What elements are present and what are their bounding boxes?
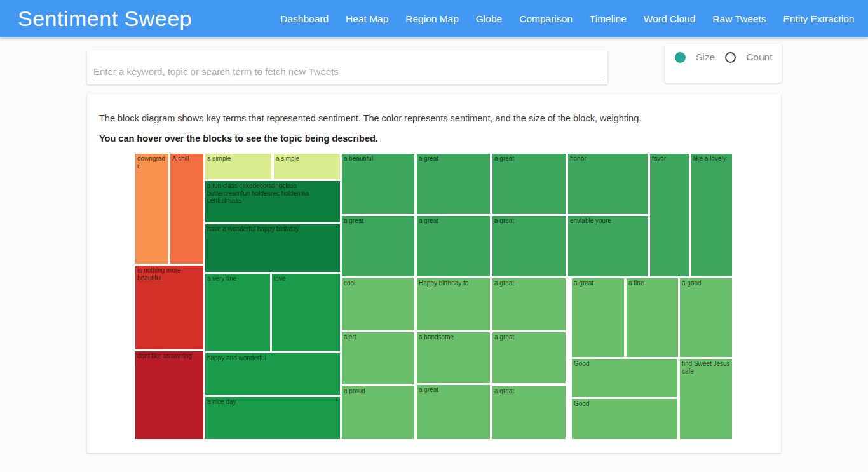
nav: DashboardHeat MapRegion MapGlobeComparis…: [272, 13, 863, 25]
treemap-block[interactable]: a very fine: [205, 274, 270, 351]
treemap-block[interactable]: alert: [342, 332, 414, 384]
treemap-block[interactable]: favor: [650, 154, 689, 276]
nav-item-dashboard[interactable]: Dashboard: [272, 13, 337, 25]
nav-item-raw-tweets[interactable]: Raw Tweets: [704, 13, 775, 25]
nav-item-region-map[interactable]: Region Map: [397, 13, 468, 25]
treemap-block[interactable]: a proud: [342, 386, 414, 439]
treemap-block[interactable]: downgrade: [135, 154, 168, 264]
nav-item-entity-extraction[interactable]: Entity Extraction: [775, 13, 863, 25]
treemap-block[interactable]: a great: [572, 278, 624, 357]
treemap-block[interactable]: a great: [417, 216, 490, 276]
diagram-description: The block diagram shows key terms that r…: [99, 113, 641, 123]
treemap-block[interactable]: A chill: [170, 154, 203, 264]
treemap-block[interactable]: enviable youre: [568, 216, 648, 276]
app-title: Sentiment Sweep: [18, 6, 192, 31]
treemap-block[interactable]: a great: [492, 386, 566, 439]
treemap-block[interactable]: a nice day: [205, 397, 340, 439]
treemap-block[interactable]: is nothing more beautiful: [135, 266, 203, 349]
treemap-block[interactable]: a simple: [274, 154, 340, 179]
treemap-block[interactable]: Good: [572, 359, 677, 397]
nav-item-heat-map[interactable]: Heat Map: [337, 13, 397, 25]
treemap-block[interactable]: Happy birthday to: [417, 278, 490, 330]
treemap-block[interactable]: cool: [342, 278, 414, 330]
treemap-block[interactable]: dont like answering: [135, 351, 203, 439]
radio-label-size[interactable]: Size: [696, 51, 715, 63]
size-count-card: SizeCount: [665, 44, 782, 83]
treemap-block[interactable]: a great: [417, 385, 490, 439]
search-card: [87, 50, 607, 84]
treemap-block[interactable]: a fun class cakedecoratingclass buttercr…: [205, 181, 340, 222]
treemap-block[interactable]: happy and wonderful: [205, 353, 340, 395]
radio-size-selected[interactable]: [675, 52, 686, 63]
treemap-block[interactable]: a great: [492, 154, 566, 214]
treemap-block[interactable]: love: [272, 274, 340, 351]
radio-count[interactable]: [725, 52, 736, 63]
radio-label-count[interactable]: Count: [746, 51, 772, 63]
treemap-block[interactable]: Good: [572, 399, 677, 439]
size-count-toggle: SizeCount: [675, 51, 783, 63]
treemap-block[interactable]: a good: [680, 278, 732, 357]
treemap-block[interactable]: a beautiful: [342, 154, 414, 214]
treemap: downgradeA chillis nothing more beautifu…: [135, 154, 732, 439]
treemap-block[interactable]: a fine: [627, 278, 678, 357]
treemap-block[interactable]: a great: [492, 216, 566, 276]
search-input[interactable]: [93, 64, 601, 81]
treemap-block[interactable]: find Sweet Jesus cafe: [680, 359, 732, 439]
treemap-block[interactable]: a great: [342, 216, 414, 276]
nav-item-word-cloud[interactable]: Word Cloud: [635, 13, 704, 25]
nav-item-globe[interactable]: Globe: [467, 13, 510, 25]
treemap-block[interactable]: like a lovely: [691, 154, 732, 276]
treemap-block[interactable]: a handsome: [417, 332, 490, 383]
block-diagram-card: The block diagram shows key terms that r…: [87, 94, 781, 453]
nav-item-comparison[interactable]: Comparison: [511, 13, 581, 25]
hover-hint: You can hover over the blocks to see the…: [99, 133, 378, 144]
treemap-block[interactable]: a great: [492, 332, 566, 383]
treemap-block[interactable]: have a wonderful happy birthday: [205, 224, 340, 272]
treemap-block[interactable]: honor: [568, 154, 648, 214]
app-header: Sentiment Sweep DashboardHeat MapRegion …: [0, 0, 868, 37]
treemap-block[interactable]: a great: [492, 278, 566, 330]
nav-item-timeline[interactable]: Timeline: [581, 13, 635, 25]
treemap-block[interactable]: a simple: [205, 154, 271, 179]
treemap-block[interactable]: a great: [417, 154, 490, 214]
